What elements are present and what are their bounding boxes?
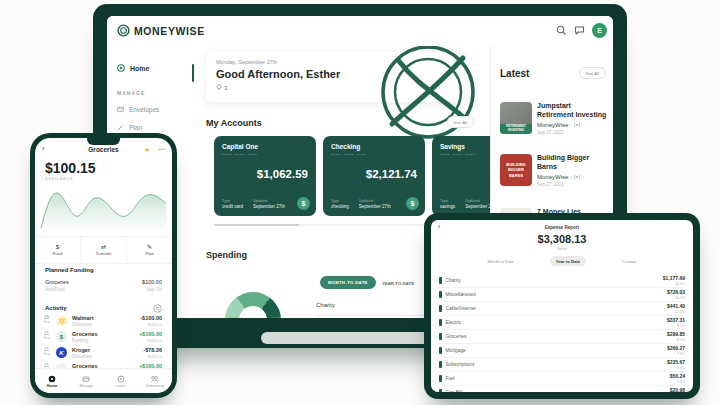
dollar-badge-icon: $ — [297, 197, 310, 210]
expense-tabs: Month to Date Year to Date Custom — [431, 256, 693, 266]
spending-legend-first: Charity — [316, 302, 335, 308]
stage: MONEYWISE E — [0, 0, 720, 405]
plan-button[interactable]: ✎ Plan — [127, 237, 172, 263]
fund-button[interactable]: $ Fund — [35, 237, 81, 263]
plan-icon: ✎ — [147, 244, 152, 250]
category-tick — [439, 333, 442, 340]
filter-icon[interactable] — [153, 304, 162, 313]
star-icon[interactable]: ★ — [144, 146, 150, 154]
chat-icon[interactable] — [574, 25, 585, 36]
sidebar-item-home[interactable]: Home — [117, 64, 149, 72]
transfer-button[interactable]: ⇄ Transfer — [81, 237, 127, 263]
tab-custom[interactable]: Custom — [616, 256, 642, 266]
activity-row-funding[interactable]: 21 Sep $ Groceries Funding +$100.00 $200… — [35, 330, 172, 346]
manage-icon — [82, 375, 90, 383]
avatar[interactable]: E — [592, 23, 607, 38]
dot-separator: · — [570, 122, 572, 128]
tablet-device: ‹ Expense Report $3,308.13 Spent Month t… — [424, 213, 700, 399]
tab-year-to-date[interactable]: Year to Date — [550, 256, 586, 266]
article-thumbnail: RETIREMENT INVESTING — [500, 102, 532, 134]
dollar-badge-icon: $ — [406, 197, 419, 210]
streak-icon — [216, 84, 222, 91]
spending-heading: Spending — [206, 250, 247, 260]
greeting-streak: 3 — [216, 84, 454, 91]
account-balance: $1,062.59 — [257, 168, 308, 180]
home-icon — [48, 375, 56, 383]
masked-number: •••• •••• •••• — [331, 152, 417, 157]
transfer-icon: ⇄ — [101, 244, 106, 250]
expense-row-groceries[interactable]: Groceries $299.858.4% — [439, 330, 685, 344]
phone-bottom-nav: Home Manage Learn — [35, 368, 172, 393]
walmart-icon — [56, 315, 67, 326]
expense-row-cable-internet[interactable]: Cable/Internet $441.4012.4% — [439, 302, 685, 316]
nav-item-learn[interactable]: Learn — [104, 369, 138, 393]
accounts-see-all-button[interactable]: See All — [447, 116, 474, 128]
home-coin-icon — [117, 64, 125, 72]
article-building-bigger-barns[interactable]: BUILDING BIGGER BARNS Building Bigger Ba… — [500, 154, 608, 187]
masked-number: •••• •••• •••• — [440, 152, 490, 157]
expense-row-miscellaneous[interactable]: Miscellaneous $728.0320.4% — [439, 288, 685, 302]
nav-item-home[interactable]: Home — [35, 369, 69, 393]
phone-notch — [87, 138, 120, 145]
category-tick — [439, 389, 442, 392]
greeting-date: Monday, September 27th — [216, 59, 454, 65]
expense-row-charity[interactable]: Charity $1,177.6933.1% — [439, 274, 685, 288]
article-thumbnail: BUILDING BIGGER BARNS — [500, 154, 532, 186]
planned-funding-heading: Planned Funding — [45, 267, 94, 273]
account-card-savings[interactable]: Savings •••• •••• •••• Type savings Upda… — [432, 136, 490, 216]
planned-funding-row[interactable]: Groceries AutoFund $100.00 Sep 7th — [45, 279, 162, 299]
expense-row-gas-bill[interactable]: Gas Bill $20.980.6% — [439, 386, 685, 392]
spending-donut — [225, 292, 281, 318]
account-card-capital-one[interactable]: Capital One •••• •••• •••• $1,062.59 Typ… — [214, 136, 316, 216]
envelope-title: Groceries — [35, 146, 172, 153]
article-jumpstart-retirement[interactable]: RETIREMENT INVESTING Jumpstart Retiremen… — [500, 102, 608, 135]
expense-report-title: Expense Report — [431, 225, 693, 230]
phone-device: ‹ Groceries ★ ••• $100.15 AVAILABLE — [30, 133, 177, 398]
fund-icon: $ — [56, 244, 59, 250]
more-icon[interactable]: ••• — [158, 146, 165, 152]
category-tick — [439, 319, 442, 326]
latest-heading: Latest — [500, 68, 529, 79]
pencil-icon — [117, 124, 124, 131]
activity-row-kroger[interactable]: 21 Sep K Kroger Groceries -$78.26 $105.1… — [35, 346, 172, 362]
podcast-icon — [574, 122, 580, 128]
dot-separator: · — [570, 174, 572, 180]
category-tick — [439, 291, 442, 298]
sidebar-item-plan[interactable]: Plan — [117, 124, 142, 131]
expense-total: $3,308.13 — [431, 233, 693, 245]
accounts-cards-row: Capital One •••• •••• •••• $1,062.59 Typ… — [214, 136, 490, 216]
moneywise-logo-icon — [117, 24, 130, 37]
podcast-icon — [574, 174, 580, 180]
masked-number: •••• •••• •••• — [222, 152, 308, 157]
nav-item-community[interactable]: Community — [138, 369, 172, 393]
expense-row-electric[interactable]: Electric $337.319.5% — [439, 316, 685, 330]
expense-list: Charity $1,177.6933.1% Miscellaneous $72… — [439, 274, 685, 392]
dollar-icon: $ — [56, 331, 67, 342]
brand-name: MONEYWISE — [134, 25, 205, 37]
category-tick — [439, 361, 442, 368]
nav-item-manage[interactable]: Manage — [69, 369, 103, 393]
expense-row-mortgage[interactable]: Mortgage $269.277.6% — [439, 344, 685, 358]
expense-total-label: Spent — [431, 247, 693, 251]
sidebar-section-manage: MANAGE — [117, 90, 145, 96]
balance-history-chart — [39, 184, 168, 230]
search-icon[interactable] — [556, 25, 567, 36]
year-to-date-tab[interactable]: YEAR-TO-DATE — [382, 281, 414, 286]
tab-month-to-date[interactable]: Month to Date — [482, 256, 520, 266]
activity-row-walmart[interactable]: 26 Sep Walmart — [35, 314, 172, 330]
expense-row-fuel[interactable]: Fuel $50.241.4% — [439, 372, 685, 386]
available-balance: $100.15 — [45, 160, 96, 176]
account-card-checking[interactable]: Checking •••• •••• •••• $2,121.74 Type c… — [323, 136, 425, 216]
laptop-header: MONEYWISE E — [107, 16, 613, 47]
cards-scrollbar-thumb[interactable] — [214, 224, 299, 226]
sidebar-item-envelopes[interactable]: Envelopes — [117, 106, 159, 113]
tablet-screen: ‹ Expense Report $3,308.13 Spent Month t… — [431, 220, 693, 392]
activity-heading: Activity — [45, 305, 67, 311]
available-label: AVAILABLE — [45, 177, 73, 181]
month-to-date-tab[interactable]: MONTH-TO-DATE — [320, 276, 376, 289]
expense-row-subscriptions[interactable]: Subscriptions $235.676.6% — [439, 358, 685, 372]
community-icon — [150, 375, 159, 383]
envelope-actions: $ Fund ⇄ Transfer ✎ Plan — [35, 236, 172, 264]
latest-see-all-button[interactable]: See All — [579, 67, 606, 79]
category-tick — [439, 375, 442, 382]
